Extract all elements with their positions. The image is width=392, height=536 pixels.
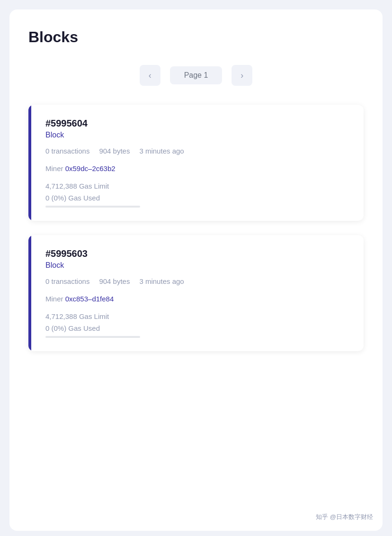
block-meta-1: 0 transactions 904 bytes 3 minutes ago (45, 277, 349, 285)
block-card-content-0: #5995604 Block 0 transactions 904 bytes … (31, 105, 364, 221)
block-bytes-0: 904 bytes (99, 147, 130, 155)
block-bytes-1: 904 bytes (99, 277, 130, 285)
miner-label-1: Miner (45, 295, 63, 303)
block-number-1: #5995603 (45, 248, 349, 259)
block-time-0: 3 minutes ago (139, 147, 184, 155)
page-container: Blocks ‹ Page 1 › #5995604 Block 0 trans… (9, 9, 383, 531)
page-title: Blocks (28, 28, 364, 46)
block-miner-row-1: Miner 0xc853–d1fe84 (45, 295, 349, 303)
miner-label-0: Miner (45, 164, 63, 173)
gas-progress-bar-1 (45, 336, 140, 338)
block-transactions-1: 0 transactions (45, 277, 89, 285)
block-meta-0: 0 transactions 904 bytes 3 minutes ago (45, 147, 349, 155)
pagination-bar: ‹ Page 1 › (28, 65, 364, 86)
block-card-content-1: #5995603 Block 0 transactions 904 bytes … (31, 235, 364, 351)
watermark: 知乎 @日本数字财经 (316, 513, 373, 521)
block-gas-used-1: 0 (0%) Gas Used (45, 324, 349, 332)
block-gas-used-0: 0 (0%) Gas Used (45, 194, 349, 202)
block-card-0: #5995604 Block 0 transactions 904 bytes … (28, 105, 364, 221)
gas-progress-bar-0 (45, 206, 140, 208)
block-transactions-0: 0 transactions (45, 147, 89, 155)
block-type-link-0[interactable]: Block (45, 131, 64, 139)
miner-address-1[interactable]: 0xc853–d1fe84 (65, 295, 114, 303)
block-type-link-1[interactable]: Block (45, 261, 64, 270)
block-time-1: 3 minutes ago (139, 277, 184, 285)
block-card-1: #5995603 Block 0 transactions 904 bytes … (28, 235, 364, 351)
miner-address-0[interactable]: 0x59dc–2c63b2 (65, 164, 116, 173)
prev-page-button[interactable]: ‹ (140, 65, 160, 86)
block-number-0: #5995604 (45, 118, 349, 129)
block-gas-limit-1: 4,712,388 Gas Limit (45, 312, 349, 320)
block-miner-row-0: Miner 0x59dc–2c63b2 (45, 164, 349, 173)
page-indicator: Page 1 (170, 66, 223, 84)
next-page-button[interactable]: › (232, 65, 252, 86)
block-gas-limit-0: 4,712,388 Gas Limit (45, 182, 349, 190)
